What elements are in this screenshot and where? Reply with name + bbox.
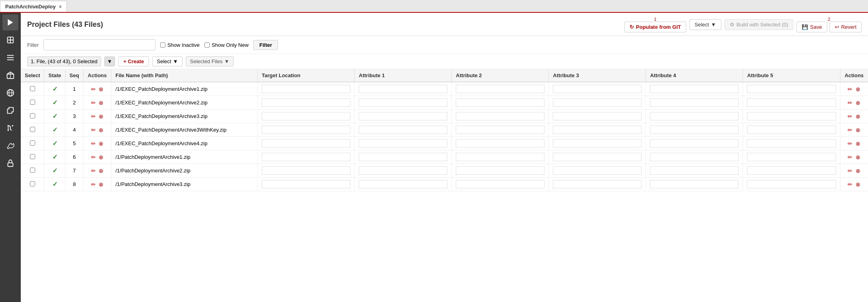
- attr5-input[interactable]: [747, 153, 836, 161]
- delete-button[interactable]: ⊗: [99, 140, 103, 147]
- populate-from-git-button[interactable]: ↻ Populate from GIT: [624, 22, 686, 32]
- edit-button-right[interactable]: ✏: [848, 154, 852, 160]
- target-input[interactable]: [262, 166, 350, 175]
- attr3-input[interactable]: [553, 126, 642, 134]
- row-attr1-cell[interactable]: [355, 137, 452, 150]
- row-attr4-cell[interactable]: [646, 82, 743, 96]
- attr1-input[interactable]: [359, 126, 447, 134]
- attr3-input[interactable]: [553, 139, 642, 148]
- filter-input[interactable]: [44, 39, 155, 50]
- filter-button[interactable]: Filter: [253, 40, 278, 50]
- row-attr5-cell[interactable]: [743, 110, 840, 123]
- sidebar-item-puzzle[interactable]: [2, 102, 18, 118]
- attr4-input[interactable]: [650, 180, 739, 188]
- target-input[interactable]: [262, 112, 350, 120]
- attr4-input[interactable]: [650, 112, 739, 120]
- row-attr2-cell[interactable]: [452, 96, 549, 110]
- selected-files-button[interactable]: Selected Files ▼: [186, 56, 234, 66]
- attr5-input[interactable]: [747, 112, 836, 120]
- row-target-cell[interactable]: [258, 164, 355, 178]
- sidebar-item-package[interactable]: [2, 67, 18, 83]
- tab-close-button[interactable]: ×: [59, 4, 62, 10]
- attr1-input[interactable]: [359, 180, 447, 188]
- row-checkbox[interactable]: [30, 168, 35, 173]
- attr5-input[interactable]: [747, 166, 836, 175]
- delete-button-right[interactable]: ⊗: [856, 113, 860, 120]
- attr4-input[interactable]: [650, 166, 739, 175]
- row-attr4-cell[interactable]: [646, 164, 743, 178]
- row-attr2-cell[interactable]: [452, 137, 549, 150]
- row-checkbox[interactable]: [30, 113, 35, 118]
- edit-button-right[interactable]: ✏: [848, 113, 852, 120]
- row-checkbox[interactable]: [30, 86, 35, 91]
- row-attr5-cell[interactable]: [743, 164, 840, 178]
- attr2-input[interactable]: [456, 112, 544, 120]
- attr4-input[interactable]: [650, 98, 739, 107]
- target-input[interactable]: [262, 98, 350, 107]
- row-attr4-cell[interactable]: [646, 178, 743, 191]
- sidebar-item-deploy[interactable]: [2, 14, 18, 30]
- edit-button-right[interactable]: ✏: [848, 168, 852, 174]
- edit-button-right[interactable]: ✏: [848, 140, 852, 147]
- attr2-input[interactable]: [456, 85, 544, 93]
- row-attr1-cell[interactable]: [355, 96, 452, 110]
- row-attr1-cell[interactable]: [355, 178, 452, 191]
- delete-button-right[interactable]: ⊗: [856, 181, 860, 188]
- attr5-input[interactable]: [747, 180, 836, 188]
- attr5-input[interactable]: [747, 85, 836, 93]
- show-only-new-checkbox[interactable]: [205, 42, 210, 48]
- row-attr5-cell[interactable]: [743, 96, 840, 110]
- row-attr1-cell[interactable]: [355, 82, 452, 96]
- delete-button-right[interactable]: ⊗: [856, 140, 860, 147]
- row-attr4-cell[interactable]: [646, 150, 743, 164]
- attr5-input[interactable]: [747, 139, 836, 148]
- edit-button[interactable]: ✏: [91, 113, 96, 120]
- delete-button-right[interactable]: ⊗: [856, 86, 860, 92]
- edit-button[interactable]: ✏: [91, 127, 96, 133]
- row-attr5-cell[interactable]: [743, 150, 840, 164]
- row-attr5-cell[interactable]: [743, 123, 840, 137]
- delete-button[interactable]: ⊗: [99, 181, 103, 188]
- attr3-input[interactable]: [553, 112, 642, 120]
- delete-button[interactable]: ⊗: [99, 100, 103, 106]
- row-attr2-cell[interactable]: [452, 123, 549, 137]
- sidebar-item-globe[interactable]: [2, 85, 18, 101]
- row-attr3-cell[interactable]: [549, 82, 646, 96]
- delete-button[interactable]: ⊗: [99, 86, 103, 92]
- target-input[interactable]: [262, 126, 350, 134]
- row-target-cell[interactable]: [258, 150, 355, 164]
- row-attr1-cell[interactable]: [355, 110, 452, 123]
- attr5-input[interactable]: [747, 98, 836, 107]
- delete-button[interactable]: ⊗: [99, 113, 103, 120]
- row-attr1-cell[interactable]: [355, 123, 452, 137]
- attr1-input[interactable]: [359, 98, 447, 107]
- row-checkbox[interactable]: [30, 100, 35, 105]
- row-target-cell[interactable]: [258, 82, 355, 96]
- target-input[interactable]: [262, 85, 350, 93]
- row-target-cell[interactable]: [258, 123, 355, 137]
- edit-button[interactable]: ✏: [91, 140, 96, 147]
- row-attr1-cell[interactable]: [355, 150, 452, 164]
- row-attr2-cell[interactable]: [452, 82, 549, 96]
- show-inactive-checkbox[interactable]: [160, 42, 165, 48]
- edit-button[interactable]: ✏: [91, 86, 96, 92]
- edit-button-right[interactable]: ✏: [848, 127, 852, 133]
- toolbar-select-button[interactable]: Select ▼: [152, 56, 182, 66]
- save-button[interactable]: 💾 Save: [796, 22, 827, 32]
- target-input[interactable]: [262, 139, 350, 148]
- sidebar-item-lock[interactable]: [2, 155, 18, 171]
- row-target-cell[interactable]: [258, 110, 355, 123]
- edit-button-right[interactable]: ✏: [848, 181, 852, 188]
- attr1-input[interactable]: [359, 153, 447, 161]
- row-checkbox[interactable]: [30, 181, 35, 186]
- sidebar-item-tools[interactable]: [2, 138, 18, 154]
- row-attr3-cell[interactable]: [549, 110, 646, 123]
- record-info-dropdown[interactable]: ▼: [104, 56, 115, 66]
- target-input[interactable]: [262, 180, 350, 188]
- delete-button-right[interactable]: ⊗: [856, 127, 860, 133]
- attr1-input[interactable]: [359, 85, 447, 93]
- attr3-input[interactable]: [553, 85, 642, 93]
- delete-button-right[interactable]: ⊗: [856, 168, 860, 174]
- row-attr1-cell[interactable]: [355, 164, 452, 178]
- revert-button[interactable]: ↩ Revert: [830, 22, 862, 32]
